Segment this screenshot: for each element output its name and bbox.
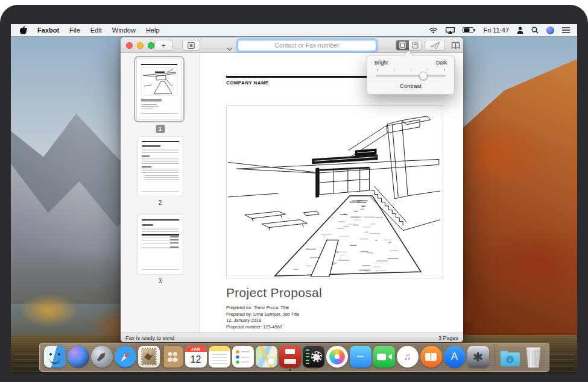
safari-icon	[115, 346, 136, 368]
contrast-dark-label: Dark	[436, 60, 447, 66]
facetime-icon	[373, 346, 395, 368]
dock-messages[interactable]: •••	[350, 346, 371, 368]
dock-contacts[interactable]	[162, 346, 183, 368]
notes-icon	[209, 346, 230, 368]
dock-appstore[interactable]: A	[444, 346, 466, 368]
downloads-icon: ↓	[499, 346, 521, 368]
battery-icon[interactable]	[463, 27, 475, 33]
dock-mail[interactable]	[138, 346, 160, 368]
menu-bar-left: FaxbotFileEditWindowHelp	[11, 26, 160, 34]
ibooks-icon	[420, 346, 442, 368]
page-count: 3 Pages	[438, 335, 458, 341]
mail-icon	[138, 346, 160, 368]
menu-faxbot[interactable]: Faxbot	[37, 27, 59, 34]
menu-bar: FaxbotFileEditWindowHelp Fri 11:47	[11, 24, 577, 36]
page-1-badge: 1	[156, 125, 165, 133]
siri-icon	[68, 346, 89, 368]
faxbot-icon	[279, 346, 301, 368]
dock-faxmachine[interactable]	[303, 346, 324, 368]
laptop-mockup: FaxbotFileEditWindowHelp Fri 11:47	[0, 0, 588, 382]
dock: JAN12•••♫A✱↓	[39, 343, 549, 372]
contrast-slider-ticks	[377, 69, 444, 72]
user-icon[interactable]	[517, 27, 523, 34]
contrast-popover: Bright Dark Contrast	[367, 55, 455, 95]
dock-downloads[interactable]: ↓	[499, 346, 521, 368]
finder-icon	[44, 346, 66, 368]
wifi-icon[interactable]	[429, 27, 438, 34]
contrast-view-button[interactable]	[396, 40, 409, 50]
document-preview: COMPANY NAME	[200, 53, 463, 333]
fax-number-input[interactable]	[238, 40, 376, 51]
contacts-icon	[162, 346, 183, 368]
zoom-button[interactable]	[148, 42, 154, 49]
status-message: Fax is ready to send	[125, 335, 174, 341]
menu-file[interactable]: File	[69, 27, 80, 34]
send-fax-button[interactable]	[425, 40, 445, 51]
menu-bar-clock[interactable]: Fri 11:47	[483, 27, 509, 34]
contrast-slider[interactable]	[376, 75, 446, 77]
photos-icon	[326, 346, 348, 368]
dock-siri[interactable]	[68, 346, 89, 368]
dock-calendar[interactable]: JAN12	[185, 346, 207, 368]
window-toolbar: +	[121, 37, 463, 53]
thumbnail-page-3[interactable]	[138, 215, 183, 274]
preview-view-button[interactable]	[409, 40, 422, 50]
calendar-day: 12	[185, 352, 207, 368]
document-title: Project Proposal	[226, 286, 322, 300]
window-controls	[126, 42, 154, 49]
dock-finder[interactable]	[44, 346, 66, 368]
page-3-number: 3	[159, 278, 162, 284]
dock-faxbot[interactable]	[279, 346, 301, 368]
reminders-icon	[232, 346, 254, 368]
document-drawing	[226, 105, 443, 278]
menu-window[interactable]: Window	[112, 27, 136, 34]
close-button[interactable]	[126, 42, 133, 49]
contrast-slider-thumb[interactable]	[419, 72, 428, 80]
apple-menu-icon[interactable]	[20, 26, 27, 34]
address-book-icon	[451, 42, 460, 49]
contrast-popover-title: Contrast	[367, 83, 454, 89]
dock-itunes[interactable]: ♫	[397, 346, 419, 368]
airplay-icon[interactable]	[446, 27, 455, 34]
menu-help[interactable]: Help	[146, 27, 160, 34]
dock-facetime[interactable]	[373, 346, 395, 368]
menu-bar-status: Fri 11:47	[429, 27, 577, 34]
page-2-number: 2	[159, 199, 162, 206]
dock-launchpad[interactable]	[91, 346, 113, 368]
faxbot-running-indicator	[289, 369, 291, 371]
dock-photos[interactable]	[326, 346, 348, 368]
prepared-by: Prepared by: Urna Semper, Job Title	[226, 312, 299, 318]
thumbnail-view-icon	[188, 42, 195, 49]
dock-reminders[interactable]	[232, 346, 254, 368]
desktop: FaxbotFileEditWindowHelp Fri 11:47	[11, 24, 577, 374]
add-page-button[interactable]: +	[154, 40, 172, 51]
view-mode-segmented-control	[396, 40, 422, 51]
siri-icon[interactable]	[546, 27, 554, 34]
menu-list-icon[interactable]	[562, 27, 570, 33]
dock-safari[interactable]	[115, 346, 136, 368]
dock-notes[interactable]	[209, 346, 230, 368]
thumbnail-page-1-art	[137, 59, 182, 118]
dock-settings[interactable]: ✱	[467, 346, 489, 368]
messages-glyph: •••	[357, 354, 364, 360]
dock-trash[interactable]	[523, 346, 545, 368]
search-icon[interactable]	[531, 27, 539, 34]
minimize-button[interactable]	[137, 42, 144, 49]
menu-edit[interactable]: Edit	[90, 27, 102, 34]
contrast-view-icon	[399, 42, 406, 49]
dock-ibooks[interactable]	[420, 346, 442, 368]
page-thumbnail-sidebar: 1 2	[121, 53, 200, 333]
thumbnail-view-button[interactable]	[182, 40, 200, 51]
download-arrow-icon: ↓	[506, 355, 514, 363]
itunes-icon: ♫	[397, 346, 419, 368]
settings-glyph: ✱	[473, 351, 484, 363]
appstore-icon: A	[444, 346, 466, 368]
preview-view-icon	[412, 42, 419, 49]
messages-icon: •••	[350, 346, 371, 368]
thumbnail-page-1[interactable]	[134, 56, 185, 122]
send-fax-icon	[430, 42, 440, 49]
chevron-down-icon[interactable]	[227, 43, 232, 47]
thumbnail-page-2[interactable]	[138, 137, 183, 196]
dock-maps[interactable]	[256, 346, 277, 368]
address-book-button[interactable]	[451, 41, 460, 52]
